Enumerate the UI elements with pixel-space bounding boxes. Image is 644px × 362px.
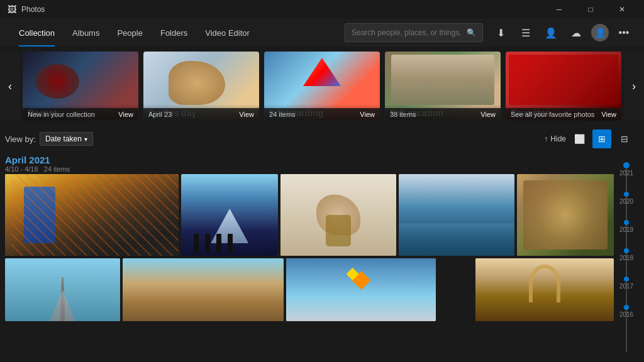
tab-video-editor[interactable]: Video Editor xyxy=(196,19,258,47)
search-icon: 🔍 xyxy=(467,28,476,37)
photo-item-rocks[interactable] xyxy=(123,258,284,321)
card-recent-subtitle: New in your collection xyxy=(28,111,95,118)
tab-folders[interactable]: Folders xyxy=(152,19,196,47)
toolbar-right: ↑ Hide ⬜ ⊞ ⊟ xyxy=(544,129,634,148)
timeline-dot-2017[interactable] xyxy=(624,277,629,282)
card-favorites[interactable]: Favorites See all your favorite photos V… xyxy=(506,52,621,121)
search-input[interactable] xyxy=(352,28,462,37)
title-bar: 🖼 Photos ─ □ ✕ xyxy=(0,0,644,19)
timeline-sidebar: 2021 2020 2019 2018 2017 2016 xyxy=(614,152,639,362)
timeline-year-2018[interactable]: 2018 xyxy=(619,255,633,261)
card-fall-vacation-subtitle: 38 items xyxy=(390,111,416,118)
view-by-label: View by: xyxy=(5,134,36,144)
card-recent-bottom: New in your collection View xyxy=(23,108,138,121)
title-bar-controls: ─ □ ✕ xyxy=(545,0,636,19)
photo-row-2 xyxy=(5,258,614,321)
card-favorites-view-button[interactable]: View xyxy=(601,111,616,118)
card-on-this-day-subtitle: April 23 xyxy=(148,111,172,118)
view-by-control: View by: Date taken ▾ xyxy=(5,132,93,146)
card-on-this-day-bottom: April 23 View xyxy=(143,108,259,121)
card-favorites-subtitle: See all your favorite photos xyxy=(511,111,594,118)
card-favorites-bottom: See all your favorite photos View xyxy=(506,108,621,121)
card-recent[interactable]: Recent New in your collection View xyxy=(23,52,138,121)
photo-item-eiffel[interactable] xyxy=(5,258,120,321)
photo-item-dog[interactable] xyxy=(280,174,396,256)
card-kiteboarding[interactable]: Kiteboarding 24 items View xyxy=(264,52,380,121)
timeline-dot-2018[interactable] xyxy=(624,248,629,253)
chevron-down-icon: ▾ xyxy=(84,136,87,143)
card-kiteboarding-view-button[interactable]: View xyxy=(360,111,375,118)
hide-label: Hide xyxy=(550,134,566,143)
cloud-button[interactable]: ☁ xyxy=(566,23,586,43)
nav-tabs: Collection Albums People Folders Video E… xyxy=(10,19,345,47)
nav-bar: Collection Albums People Folders Video E… xyxy=(0,19,644,47)
card-on-this-day-view-button[interactable]: View xyxy=(239,111,254,118)
nav-actions: ⬇ ☰ 👤 ☁ 👤 ••• xyxy=(491,23,634,43)
timeline-year-2017[interactable]: 2017 xyxy=(619,283,633,290)
main-content: ‹ Recent New in your collection View xyxy=(0,47,644,362)
card-recent-view-button[interactable]: View xyxy=(118,111,133,118)
view-by-value: Date taken xyxy=(45,134,82,143)
app-title: Photos xyxy=(21,5,45,14)
carousel-section: ‹ Recent New in your collection View xyxy=(0,47,644,126)
photo-item-museum[interactable] xyxy=(181,174,278,256)
hide-icon: ↑ xyxy=(544,134,548,143)
card-on-this-day[interactable]: On this day April 23 View xyxy=(143,52,259,121)
card-fall-vacation-bottom: 38 items View xyxy=(385,108,501,121)
tab-albums[interactable]: Albums xyxy=(64,19,108,47)
photo-item-graffiti[interactable] xyxy=(5,174,179,256)
timeline-dot-2020[interactable] xyxy=(624,192,629,197)
photo-item-ocean[interactable] xyxy=(399,174,514,256)
search-bar[interactable]: 🔍 xyxy=(345,23,483,42)
photos-section: April 2021 4/10 - 4/18 24 items xyxy=(5,152,614,362)
group-meta: 4/10 - 4/18 24 items xyxy=(5,165,614,173)
timeline-year-2016[interactable]: 2016 xyxy=(619,311,633,318)
photo-grid-area: April 2021 4/10 - 4/18 24 items xyxy=(0,152,644,362)
more-button[interactable]: ••• xyxy=(614,23,634,43)
tab-people[interactable]: People xyxy=(108,19,151,47)
carousel-prev-button[interactable]: ‹ xyxy=(0,52,20,121)
photo-item-food[interactable] xyxy=(517,174,614,256)
photo-row-1 xyxy=(5,174,614,256)
card-fall-vacation[interactable]: Fall vacation 38 items View xyxy=(385,52,501,121)
import-button[interactable]: ⬇ xyxy=(491,23,511,43)
view-mode-compact-button[interactable]: ⊟ xyxy=(615,129,634,148)
group-title: April 2021 xyxy=(5,155,614,165)
app-icon: 🖼 xyxy=(8,4,16,14)
carousel-items: Recent New in your collection View On th… xyxy=(20,52,624,121)
timeline-dot-2016[interactable] xyxy=(624,305,629,310)
timeline-dot-2019[interactable] xyxy=(624,220,629,225)
tab-collection[interactable]: Collection xyxy=(10,19,64,47)
maximize-button[interactable]: □ xyxy=(576,0,605,19)
group-count: 24 items xyxy=(44,165,70,173)
photo-item-arch[interactable] xyxy=(475,258,614,321)
photo-toolbar: View by: Date taken ▾ ↑ Hide ⬜ ⊞ ⊟ xyxy=(0,126,644,152)
timeline-year-2019[interactable]: 2019 xyxy=(619,226,633,233)
face-detect-button[interactable]: 👤 xyxy=(541,23,561,43)
group-header: April 2021 4/10 - 4/18 24 items xyxy=(5,152,614,174)
hide-button[interactable]: ↑ Hide xyxy=(544,134,566,143)
group-date-range: 4/10 - 4/18 xyxy=(5,165,38,173)
timeline-dot-2021[interactable] xyxy=(623,162,630,168)
minimize-button[interactable]: ─ xyxy=(545,0,574,19)
title-bar-left: 🖼 Photos xyxy=(8,4,45,14)
timeline-year-2020[interactable]: 2020 xyxy=(619,198,633,205)
card-kiteboarding-subtitle: 24 items xyxy=(269,111,296,118)
view-by-dropdown[interactable]: Date taken ▾ xyxy=(40,132,93,146)
close-button[interactable]: ✕ xyxy=(608,0,636,19)
view-mode-list-button[interactable]: ⬜ xyxy=(570,129,589,148)
timeline-year-2021[interactable]: 2021 xyxy=(619,170,633,177)
card-fall-vacation-view-button[interactable]: View xyxy=(480,111,496,118)
card-kiteboarding-bottom: 24 items View xyxy=(264,108,380,121)
carousel-next-button[interactable]: › xyxy=(624,52,644,121)
view-mode-grid-button[interactable]: ⊞ xyxy=(592,129,611,148)
list-button[interactable]: ☰ xyxy=(516,23,536,43)
avatar[interactable]: 👤 xyxy=(591,24,609,41)
photo-item-kite[interactable] xyxy=(286,258,436,321)
